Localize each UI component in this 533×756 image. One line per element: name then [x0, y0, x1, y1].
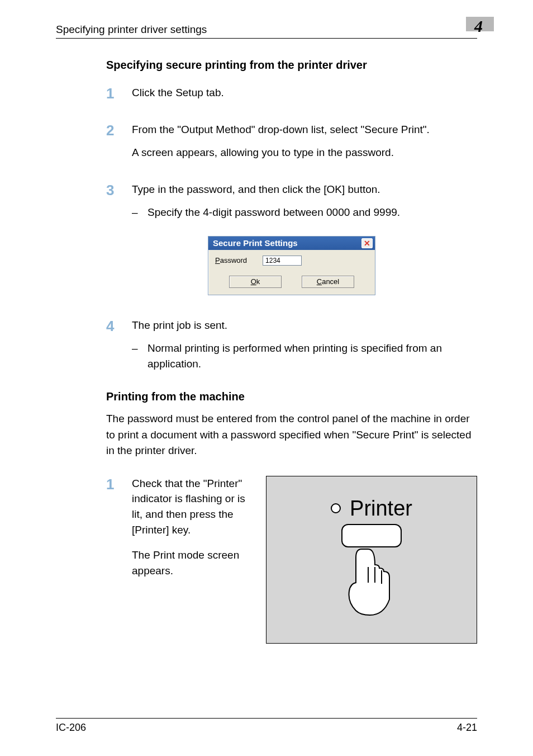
- cancel-button[interactable]: Cancel: [302, 276, 354, 288]
- step-text: Click the Setup tab.: [132, 85, 477, 101]
- step-number: 1: [106, 477, 117, 644]
- bullet-dash: –: [132, 205, 140, 220]
- close-icon[interactable]: ✕: [361, 238, 373, 248]
- product-model: IC-206: [56, 722, 86, 734]
- step-text: Check that the "Printer" indicator is fl…: [132, 476, 251, 537]
- step-subtext: Normal printing is performed when printi…: [147, 341, 477, 371]
- hand-press-icon: [339, 544, 401, 622]
- step-text: The print job is sent.: [132, 318, 477, 333]
- step-number: 3: [106, 183, 117, 197]
- printer-figure-label: Printer: [350, 497, 412, 521]
- chapter-number-box: 4: [474, 17, 483, 36]
- step-number: 1: [106, 86, 117, 101]
- printer-key-figure: Printer: [266, 476, 477, 644]
- step-number: 2: [106, 123, 117, 138]
- section2-heading: Printing from the machine: [106, 390, 477, 403]
- step-text: A screen appears, allowing you to type i…: [132, 145, 477, 160]
- password-input[interactable]: [263, 256, 302, 266]
- bullet-dash: –: [132, 341, 140, 371]
- ok-button[interactable]: Ok: [229, 276, 282, 288]
- section1-heading: Specifying secure printing from the prin…: [106, 59, 477, 72]
- step-text: Type in the password, and then click the…: [132, 182, 477, 197]
- chapter-number: 4: [474, 17, 483, 36]
- section2-intro: The password must be entered from the co…: [106, 411, 477, 459]
- running-header: Specifying printer driver settings: [56, 23, 207, 36]
- step-subtext: Specify the 4-digit password between 000…: [147, 205, 400, 220]
- dialog-title: Secure Print Settings: [213, 238, 298, 248]
- step-text: The Print mode screen appears.: [132, 547, 251, 578]
- step-text: From the "Output Method" drop-down list,…: [132, 122, 477, 138]
- step-number: 4: [106, 319, 117, 333]
- page-number: 4-21: [457, 722, 477, 734]
- secure-print-dialog: Secure Print Settings ✕ Password Ok Canc…: [208, 236, 375, 295]
- indicator-light-icon: [331, 503, 341, 513]
- password-label: Password: [215, 256, 247, 264]
